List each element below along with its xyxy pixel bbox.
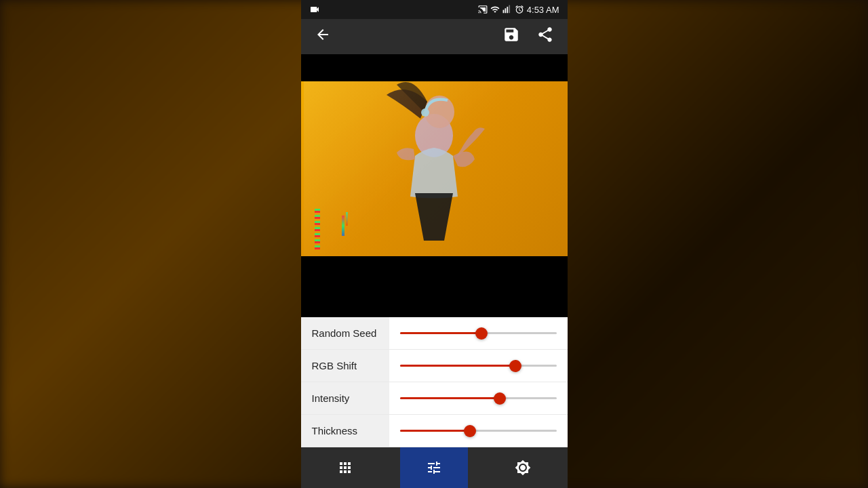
- svg-rect-1: [505, 8, 506, 13]
- nav-grid[interactable]: [311, 447, 379, 488]
- slider-track-0: [400, 332, 557, 334]
- wifi-icon: [490, 5, 500, 14]
- status-left: [309, 4, 320, 15]
- signal-icon: [502, 5, 512, 14]
- back-icon: [315, 26, 331, 43]
- time-display: 4:53 AM: [527, 5, 559, 15]
- save-icon: [502, 26, 520, 43]
- image-area: [301, 54, 568, 317]
- status-right: 4:53 AM: [478, 5, 559, 15]
- slider-area-3[interactable]: [389, 430, 568, 432]
- slider-label-2: Intensity: [301, 382, 389, 414]
- slider-area-0[interactable]: [389, 332, 568, 334]
- svg-rect-3: [509, 5, 510, 14]
- glitch-lines: [315, 209, 320, 249]
- slider-row-1: RGB Shift: [301, 350, 568, 382]
- save-button[interactable]: [502, 26, 520, 47]
- image-top-padding: [301, 54, 568, 81]
- slider-row-0: Random Seed: [301, 317, 568, 350]
- image-bottom-padding: [301, 256, 568, 291]
- grid-icon: [337, 460, 353, 476]
- slider-label-3: Thickness: [301, 415, 389, 447]
- slider-thumb-2[interactable]: [494, 392, 506, 405]
- slider-track-2: [400, 397, 557, 399]
- sliders-icon: [426, 460, 442, 476]
- brightness-icon: [515, 460, 531, 476]
- slider-fill-2: [400, 397, 500, 399]
- back-button[interactable]: [315, 26, 331, 47]
- phone-frame: 4:53 AM: [301, 0, 568, 488]
- controls-panel: Random SeedRGB ShiftIntensityThickness: [301, 317, 568, 447]
- photo-preview: [301, 81, 568, 256]
- slider-thumb-3[interactable]: [464, 425, 476, 437]
- slider-thumb-1[interactable]: [509, 360, 521, 372]
- slider-track-1: [400, 365, 557, 367]
- alarm-icon: [515, 5, 524, 14]
- slider-fill-1: [400, 365, 516, 367]
- glitch-bar-1: [342, 216, 344, 236]
- cast-icon: [478, 5, 488, 14]
- svg-rect-0: [502, 10, 504, 14]
- slider-fill-0: [400, 332, 481, 334]
- nav-sliders[interactable]: [400, 447, 468, 488]
- glitch-bar-2: [346, 212, 348, 226]
- share-button[interactable]: [536, 26, 554, 47]
- share-icon: [536, 26, 554, 43]
- slider-area-1[interactable]: [389, 365, 568, 367]
- slider-row-3: Thickness: [301, 415, 568, 447]
- nav-light[interactable]: [489, 447, 557, 488]
- slider-row-2: Intensity: [301, 382, 568, 415]
- svg-rect-2: [507, 7, 508, 13]
- status-bar: 4:53 AM: [301, 0, 568, 19]
- slider-track-3: [400, 430, 557, 432]
- bottom-navigation: [301, 447, 568, 488]
- slider-fill-3: [400, 430, 471, 432]
- slider-label-0: Random Seed: [301, 317, 389, 349]
- slider-area-2[interactable]: [389, 397, 568, 399]
- slider-label-1: RGB Shift: [301, 350, 389, 382]
- video-camera-icon: [309, 4, 320, 15]
- top-toolbar: [301, 19, 568, 54]
- slider-thumb-0[interactable]: [475, 327, 488, 340]
